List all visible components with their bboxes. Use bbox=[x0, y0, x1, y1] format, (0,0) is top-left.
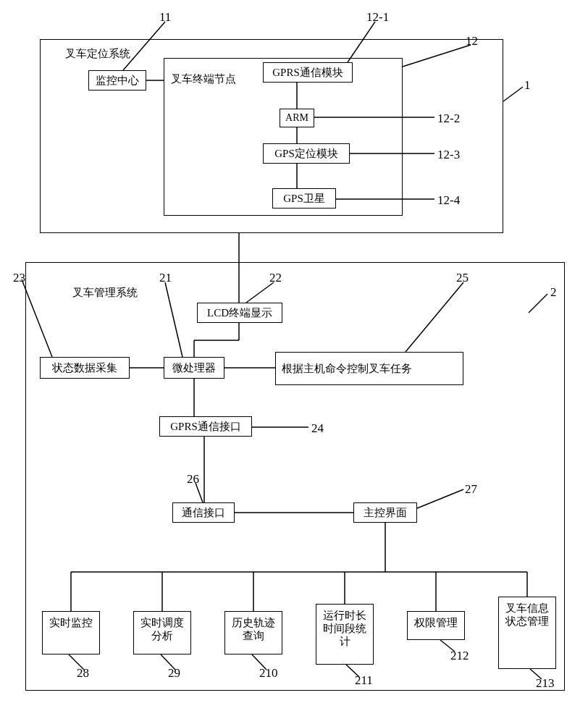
label-12: 12 bbox=[466, 34, 478, 49]
label-2: 2 bbox=[550, 285, 557, 300]
label-25: 25 bbox=[456, 271, 469, 285]
box-comm-interface: 通信接口 bbox=[172, 502, 235, 523]
frame-bottom-system bbox=[25, 262, 565, 691]
label-28: 28 bbox=[77, 666, 89, 681]
label-212: 212 bbox=[450, 649, 469, 663]
box-gprs-interface: GPRS通信接口 bbox=[159, 416, 252, 437]
box-monitor-center: 监控中心 bbox=[88, 70, 146, 90]
label-12-4: 12-4 bbox=[437, 193, 460, 208]
label-21: 21 bbox=[159, 271, 172, 285]
box-arm: ARM bbox=[280, 109, 314, 127]
diagram-canvas: 叉车定位系统 监控中心 叉车终端节点 GPRS通信模块 ARM GPS定位模块 … bbox=[0, 0, 588, 724]
label-29: 29 bbox=[168, 666, 180, 681]
label-26: 26 bbox=[187, 472, 199, 487]
label-213: 213 bbox=[536, 676, 555, 691]
label-top-system-title: 叉车定位系统 bbox=[65, 47, 130, 61]
label-211: 211 bbox=[355, 673, 373, 688]
box-gprs-module: GPRS通信模块 bbox=[263, 62, 353, 83]
box-realtime-schedule: 实时调度分析 bbox=[133, 611, 191, 654]
box-realtime-monitor: 实时监控 bbox=[42, 611, 100, 654]
box-runtime-stats: 运行时长时间段统计 bbox=[316, 604, 374, 665]
svg-line-3 bbox=[503, 87, 523, 101]
label-23: 23 bbox=[13, 271, 25, 285]
box-status-collect: 状态数据采集 bbox=[40, 357, 130, 379]
label-12-3: 12-3 bbox=[437, 148, 460, 162]
box-lcd-display: LCD终端显示 bbox=[197, 303, 282, 323]
label-24: 24 bbox=[311, 421, 324, 436]
box-main-ui: 主控界面 bbox=[353, 502, 417, 523]
label-22: 22 bbox=[269, 271, 282, 285]
box-permission-mgmt: 权限管理 bbox=[407, 611, 465, 640]
label-11: 11 bbox=[159, 10, 171, 25]
label-12-1: 12-1 bbox=[366, 10, 389, 25]
box-task-control: 根据主机命令控制叉车任务 bbox=[275, 352, 463, 385]
label-12-2: 12-2 bbox=[437, 111, 460, 126]
box-gps-satellite: GPS卫星 bbox=[272, 188, 336, 209]
label-1: 1 bbox=[524, 78, 531, 93]
label-terminal-node: 叉车终端节点 bbox=[171, 72, 236, 86]
label-bottom-system-title: 叉车管理系统 bbox=[72, 286, 138, 300]
label-27: 27 bbox=[465, 482, 477, 497]
box-gps-module: GPS定位模块 bbox=[263, 143, 350, 164]
box-forklift-info-mgmt: 叉车信息状态管理 bbox=[498, 597, 556, 669]
box-history-track: 历史轨迹查询 bbox=[224, 611, 282, 654]
label-210: 210 bbox=[259, 666, 278, 681]
box-microprocessor: 微处理器 bbox=[164, 357, 224, 379]
